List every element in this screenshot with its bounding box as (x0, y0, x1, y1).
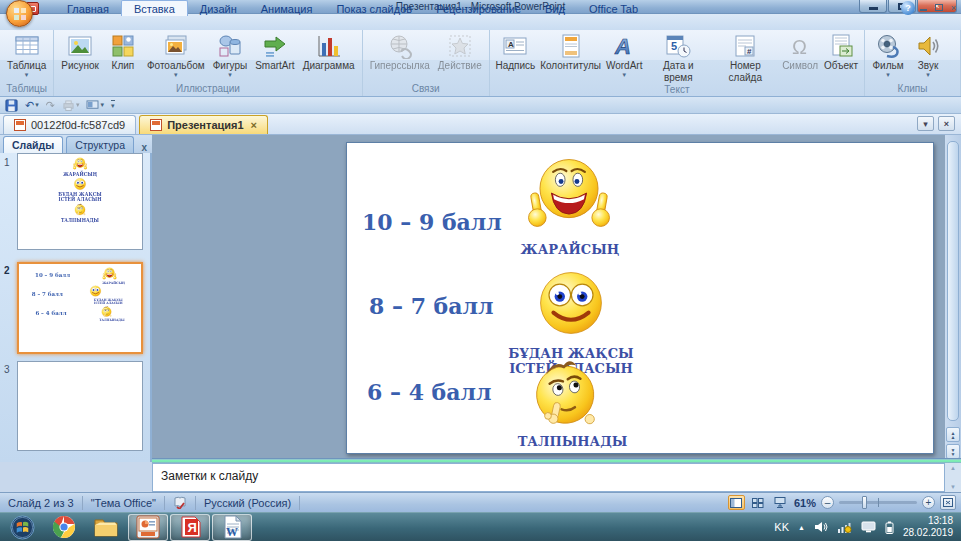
caption-text-3[interactable]: ТАЛПЫНАДЫ (495, 435, 650, 450)
network-icon[interactable] (837, 521, 852, 533)
shapes-button[interactable]: Фигуры ▾ (209, 32, 251, 79)
photo-album-button[interactable]: Фотоальбом ▾ (143, 32, 209, 79)
hidden-icons-button[interactable]: ▲ (798, 524, 805, 531)
score-text-1[interactable]: 10 – 9 балл (362, 209, 502, 235)
ribbon-group-media: Фильм ▾ Звук ▾ Клипы мультимедиа (865, 30, 961, 96)
chart-button[interactable]: Диаграмма (299, 32, 359, 73)
symbol-button[interactable]: Ω Символ (779, 32, 821, 73)
slides-panel-close-icon[interactable]: x (141, 142, 147, 153)
scrollbar-thumb[interactable] (947, 141, 959, 421)
tab-officetab[interactable]: Office Tab (577, 0, 650, 16)
smartart-button[interactable]: SmartArt (251, 32, 298, 73)
zoom-level[interactable]: 61% (794, 497, 816, 509)
powerpoint-taskbar-button[interactable] (128, 514, 168, 541)
smiley-emoji[interactable] (531, 263, 611, 343)
yandex-taskbar-button[interactable]: Я (170, 514, 210, 541)
slide-thumbnail-2-selected[interactable]: 10 – 9 балл ЖАРАЙСЫҢ 8 – 7 балл БҰДАН ЖА… (17, 262, 143, 354)
doc-minimize-button[interactable] (918, 2, 929, 13)
fit-slide-button[interactable] (940, 495, 956, 510)
zoom-slider[interactable] (839, 501, 917, 504)
slide-thumbnail-1[interactable]: ЖАРАЙСЫҢ БҰДАН ЖАҚСЫ ІСТЕЙ АЛАСЫН ТАЛПЫН… (17, 153, 143, 250)
next-slide-button[interactable]: ▼ ▼ (946, 444, 960, 459)
theme-name[interactable]: "Тема Office" (83, 496, 165, 510)
tab-animation[interactable]: Анимация (249, 0, 325, 16)
thumbs-up-emoji[interactable] (525, 149, 613, 237)
print-preview-button[interactable]: ▾ (62, 100, 80, 111)
language-status[interactable]: Русский (Россия) (196, 496, 300, 510)
previous-slide-button[interactable]: ▲ ▲ (946, 427, 960, 442)
spellcheck-status[interactable] (165, 496, 196, 510)
doc-close-button[interactable]: × (948, 2, 959, 13)
zoom-slider-thumb[interactable] (862, 496, 867, 509)
tab-review[interactable]: Рецензирование (424, 0, 533, 16)
display-icon[interactable] (861, 521, 876, 533)
group-label-links: Связи (366, 83, 486, 96)
date-time-button[interactable]: 5 Дата и время (645, 32, 711, 84)
volume-icon[interactable] (814, 521, 828, 533)
save-button[interactable] (5, 99, 18, 112)
movie-button[interactable]: Фильм ▾ (868, 32, 908, 79)
tab-outline[interactable]: Структура (66, 136, 134, 153)
start-button[interactable] (2, 514, 42, 541)
office-button[interactable] (6, 0, 33, 27)
doc-tab-1[interactable]: 00122f0d-fc587cd9 (3, 115, 136, 134)
wordart-button[interactable]: A WordArt ▾ (603, 32, 645, 79)
doc-restore-button[interactable] (933, 2, 944, 13)
minimize-button[interactable] (859, 0, 887, 13)
ribbon-group-links: Гиперссылка Действие Связи (363, 30, 490, 96)
clipart-button[interactable]: Клип (103, 32, 143, 73)
redo-button[interactable]: ↷ (46, 99, 55, 112)
tab-insert[interactable]: Вставка (121, 0, 188, 16)
qat-customize-button[interactable]: ▾ (111, 100, 115, 110)
zoom-out-button[interactable]: – (821, 496, 834, 509)
tab-slideshow[interactable]: Показ слайдов (324, 0, 424, 16)
slide-counter[interactable]: Слайд 2 из 3 (0, 496, 83, 510)
language-indicator[interactable]: KK (774, 521, 789, 533)
doc-tabs-dropdown-button[interactable]: ▾ (917, 116, 934, 131)
slide-sorter-view-button[interactable] (750, 495, 767, 510)
slideshow-icon (774, 497, 786, 508)
notes-pane[interactable]: Заметки к слайду (152, 463, 945, 492)
tab-home[interactable]: Главная (55, 0, 121, 16)
explorer-taskbar-button[interactable] (86, 514, 126, 541)
doc-tabs-close-button[interactable]: × (938, 116, 955, 131)
powerpoint-file-icon (150, 119, 162, 131)
score-text-2[interactable]: 8 – 7 балл (369, 293, 494, 319)
doc-tab-2-active[interactable]: Презентация1 × (139, 115, 268, 134)
tab-view[interactable]: Вид (533, 0, 577, 16)
slide-canvas[interactable]: 10 – 9 балл ЖАРАЙСЫҢ 8 – 7 балл БҰДАН ЖА… (152, 135, 945, 462)
undo-button[interactable]: ↶ ▾ (25, 99, 39, 112)
current-slide[interactable]: 10 – 9 балл ЖАРАЙСЫҢ 8 – 7 балл БҰДАН ЖА… (346, 142, 934, 454)
table-button[interactable]: Таблица ▾ (3, 32, 50, 79)
object-button[interactable]: Объект (821, 32, 861, 73)
slideshow-button[interactable] (772, 495, 789, 510)
zoom-in-button[interactable]: + (922, 496, 935, 509)
sound-button[interactable]: Звук ▾ (908, 32, 948, 79)
clock[interactable]: 13:18 28.02.2019 (903, 515, 953, 540)
caption-text-1[interactable]: ЖАРАЙСЫҢ (495, 243, 645, 258)
notes-scrollbar[interactable]: ▲ ▼ (945, 463, 961, 492)
slide-thumbnail-3[interactable] (17, 361, 143, 451)
header-footer-button[interactable]: Колонтитулы (538, 32, 603, 73)
word-taskbar-button[interactable]: W (212, 514, 252, 541)
header-footer-icon (558, 33, 584, 59)
normal-view-button[interactable] (728, 495, 745, 510)
chrome-taskbar-button[interactable] (44, 514, 84, 541)
minimize-icon (869, 7, 878, 10)
textbox-button[interactable]: A Надпись (493, 32, 538, 73)
help-button[interactable]: ? (901, 1, 915, 15)
battery-icon[interactable] (885, 521, 894, 534)
doc-tab-close-icon[interactable]: × (251, 119, 257, 131)
tab-slides[interactable]: Слайды (3, 136, 63, 153)
slideshow-view-button[interactable]: ▾ (86, 100, 104, 111)
slide-number-button[interactable]: # Номер слайда (711, 32, 779, 84)
score-text-3[interactable]: 6 – 4 балл (367, 379, 492, 405)
thinking-emoji[interactable] (523, 351, 607, 435)
tab-design[interactable]: Дизайн (188, 0, 249, 16)
svg-text:#: # (747, 47, 752, 56)
picture-icon (67, 33, 93, 59)
hyperlink-button[interactable]: Гиперссылка (366, 32, 434, 73)
picture-button[interactable]: Рисунок (57, 32, 103, 73)
action-button[interactable]: Действие (434, 32, 486, 73)
thumbs-up-emoji (102, 266, 117, 281)
